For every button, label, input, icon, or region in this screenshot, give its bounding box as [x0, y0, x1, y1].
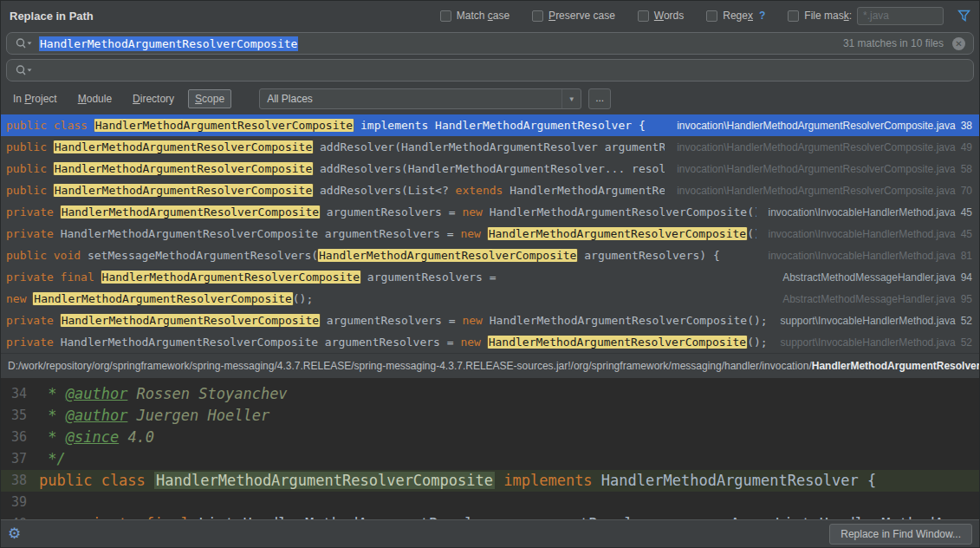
scope-bar: In ProjectModuleDirectoryScope All Place… — [1, 83, 979, 114]
result-location: AbstractMethodMessageHandler.java95 — [770, 293, 972, 305]
option-checkbox[interactable]: Preserve case — [532, 10, 615, 22]
result-file-path: support\InvocableHandlerMethod.java — [781, 336, 956, 349]
result-code: private HandlerMethodArgumentResolverCom… — [6, 336, 769, 349]
result-file-path: AbstractMethodMessageHandler.java — [782, 293, 955, 305]
result-row[interactable]: public HandlerMethodArgumentResolverComp… — [1, 136, 979, 158]
match-count-label: 31 matches in 10 files — [843, 37, 944, 49]
result-location: support\InvocableHandlerMethod.java52 — [769, 336, 972, 349]
result-line-number: 94 — [961, 271, 972, 284]
result-code: public class HandlerMethodArgumentResolv… — [6, 119, 665, 132]
result-row[interactable]: private HandlerMethodArgumentResolverCom… — [1, 223, 979, 245]
file-path-name: HandlerMethodArgumentResolverComposite.j… — [812, 360, 979, 372]
option-checkbox[interactable]: Words — [638, 10, 684, 22]
result-location: AbstractMethodMessageHandler.java94 — [770, 271, 972, 284]
options-group: Match case Preserve case Words Regex ? — [440, 10, 766, 22]
result-line-number: 38 — [961, 120, 972, 132]
result-location: invocation\InvocableHandlerMethod.java45 — [756, 228, 973, 240]
filter-icon[interactable] — [957, 10, 970, 22]
scope-toggle[interactable]: In Project — [6, 89, 64, 108]
result-code: private final HandlerMethodArgumentResol… — [6, 271, 770, 284]
result-row[interactable]: public HandlerMethodArgumentResolverComp… — [1, 179, 979, 201]
result-location: invocation\HandlerMethodArgumentResolver… — [665, 163, 972, 175]
editor-line-code: * @author Juergen Hoeller — [39, 405, 269, 427]
editor-line-code: * @since 4.0 — [39, 427, 154, 448]
search-input[interactable]: HandlerMethodArgumentResolverComposite 3… — [6, 32, 974, 55]
checkbox-icon[interactable] — [532, 10, 543, 22]
checkbox-icon[interactable] — [706, 10, 717, 22]
editor-line: 35 * @author Juergen Hoeller — [1, 405, 979, 427]
replace-in-find-window-button[interactable]: Replace in Find Window... — [829, 524, 972, 545]
scope-toggle[interactable]: Directory — [126, 89, 181, 108]
chevron-down-icon[interactable]: ▼ — [561, 89, 581, 108]
editor-line-code: public class HandlerMethodArgumentResolv… — [39, 470, 876, 492]
clear-search-icon[interactable]: ✕ — [952, 37, 965, 50]
result-row[interactable]: public void setMessageMethodArgumentReso… — [1, 245, 979, 266]
scope-toggle[interactable]: Module — [71, 89, 119, 108]
option-label: Regex — [723, 10, 753, 22]
scope-more-button[interactable]: ... — [588, 88, 611, 109]
editor-line: 36 * @since 4.0 — [1, 427, 979, 448]
checkbox-icon[interactable] — [440, 10, 451, 22]
result-line-number: 81 — [961, 250, 972, 262]
editor-line: 39 — [1, 492, 979, 513]
result-file-path: support\InvocableHandlerMethod.java — [781, 315, 956, 327]
result-file-path: AbstractMethodMessageHandler.java — [782, 271, 955, 284]
editor-line: 40 private final List<HandlerMethodArgum… — [1, 513, 979, 519]
editor-line-number: 38 — [1, 470, 39, 492]
result-location: invocation\HandlerMethodArgumentResolver… — [665, 185, 972, 197]
result-code: public void setMessageMethodArgumentReso… — [6, 249, 756, 262]
result-row[interactable]: private HandlerMethodArgumentResolverCom… — [1, 310, 979, 331]
settings-gear-icon[interactable]: ⚙ — [8, 525, 21, 543]
result-location: invocation\InvocableHandlerMethod.java45 — [756, 206, 973, 219]
editor-line-number: 37 — [1, 448, 39, 470]
result-code: public HandlerMethodArgumentResolverComp… — [6, 162, 665, 175]
file-mask-input[interactable] — [857, 7, 944, 25]
scope-select[interactable]: All Places ▼ — [259, 88, 581, 109]
result-location: support\InvocableHandlerMethod.java52 — [769, 315, 972, 327]
result-code: private HandlerMethodArgumentResolverCom… — [6, 206, 756, 219]
checkbox-icon[interactable] — [638, 10, 649, 22]
file-mask-option[interactable]: File mask: — [788, 7, 944, 25]
search-query-text: HandlerMethodArgumentResolverComposite — [39, 36, 298, 51]
result-line-number: 70 — [961, 185, 972, 197]
result-file-path: invocation\HandlerMethodArgumentResolver… — [677, 120, 956, 132]
option-label: Preserve case — [548, 10, 615, 22]
result-line-number: 45 — [961, 206, 972, 219]
result-line-number: 52 — [961, 315, 972, 327]
result-code: public HandlerMethodArgumentResolverComp… — [6, 140, 665, 153]
result-row[interactable]: private final HandlerMethodArgumentResol… — [1, 266, 979, 288]
result-file-path: invocation\HandlerMethodArgumentResolver… — [677, 185, 956, 197]
replace-in-path-dialog: Replace in Path Match case Preserve case… — [0, 0, 980, 548]
dialog-footer: ⚙ Replace in Find Window... — [1, 519, 979, 547]
result-line-number: 95 — [961, 293, 972, 305]
editor-line: 37 */ — [1, 448, 979, 470]
dialog-title: Replace in Path — [10, 10, 94, 23]
regex-help-icon[interactable]: ? — [759, 10, 765, 22]
result-file-path: invocation\InvocableHandlerMethod.java — [769, 206, 956, 219]
editor-line-number: 35 — [1, 405, 39, 427]
result-line-number: 52 — [961, 336, 972, 349]
option-checkbox[interactable]: Regex ? — [706, 10, 765, 22]
result-line-number: 49 — [961, 141, 972, 153]
option-checkbox[interactable]: Match case — [440, 10, 509, 22]
search-row: HandlerMethodArgumentResolverComposite 3… — [1, 30, 979, 59]
result-row[interactable]: private HandlerMethodArgumentResolverCom… — [1, 331, 979, 353]
result-row[interactable]: private HandlerMethodArgumentResolverCom… — [1, 201, 979, 223]
result-row[interactable]: public class HandlerMethodArgumentResolv… — [1, 114, 979, 136]
replace-icon[interactable] — [15, 64, 33, 76]
editor-line-code: */ — [39, 448, 66, 470]
editor-line-number: 36 — [1, 427, 39, 448]
search-icon[interactable] — [15, 37, 33, 49]
scope-select-value: All Places — [260, 93, 561, 105]
editor-line-code: * @author Rossen Stoyanchev — [39, 383, 288, 405]
result-location: invocation\HandlerMethodArgumentResolver… — [665, 141, 972, 153]
checkbox-icon[interactable] — [788, 10, 799, 22]
replace-input[interactable] — [6, 59, 974, 82]
result-row[interactable]: public HandlerMethodArgumentResolverComp… — [1, 158, 979, 179]
code-preview[interactable]: 34 * @author Rossen Stoyanchev 35 * @aut… — [1, 378, 979, 519]
result-file-path: invocation\HandlerMethodArgumentResolver… — [677, 163, 956, 175]
scope-toggle[interactable]: Scope — [188, 89, 231, 108]
result-file-path: invocation\InvocableHandlerMethod.java — [769, 228, 956, 240]
result-row[interactable]: new HandlerMethodArgumentResolverComposi… — [1, 288, 979, 310]
result-code: private HandlerMethodArgumentResolverCom… — [6, 314, 769, 327]
